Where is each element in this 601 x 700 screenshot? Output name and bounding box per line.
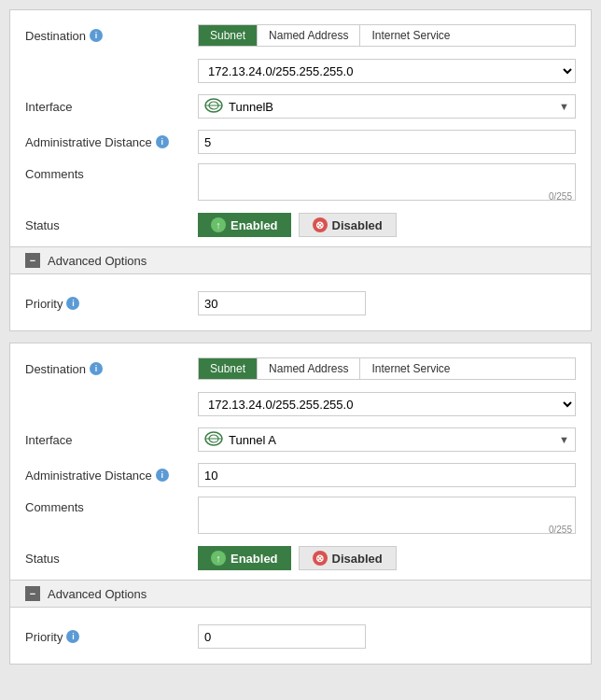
priority-input-2[interactable]	[198, 624, 366, 649]
interface-row-1: Interface TunnelB ▼	[25, 92, 576, 120]
priority-section-1: Priority i	[25, 282, 576, 319]
destination-tab-group-1: Subnet Named Address Internet Service	[198, 24, 576, 47]
subnet-row-1: 172.13.24.0/255.255.255.0	[25, 57, 576, 85]
destination-tabs-area-2: Subnet Named Address Internet Service	[198, 357, 576, 380]
admin-distance-text-1: Administrative Distance	[25, 135, 152, 149]
interface-value-2: Tunnel A	[229, 433, 559, 447]
destination-info-icon-2[interactable]: i	[90, 362, 103, 375]
interface-control-2: Tunnel A ▼	[198, 427, 576, 452]
status-row-1: Status ↑ Enabled ⊗ Disabled	[25, 211, 576, 239]
status-text-1: Status	[25, 218, 60, 232]
interface-wrap-2[interactable]: Tunnel A ▼	[198, 427, 576, 452]
comments-control-2: 0/255	[198, 497, 576, 537]
route-card-1: Destination i Subnet Named Address Inter…	[9, 9, 592, 331]
enabled-label-2: Enabled	[231, 552, 278, 566]
interface-label-1: Interface	[25, 100, 198, 114]
interface-wrap-1[interactable]: TunnelB ▼	[198, 94, 576, 119]
comments-wrap-1: 0/255	[198, 163, 576, 203]
destination-label-2: Destination i	[25, 362, 198, 376]
advanced-label-1: Advanced Options	[48, 254, 147, 268]
interface-value-1: TunnelB	[229, 100, 559, 114]
interface-text-1: Interface	[25, 100, 73, 114]
interface-label-2: Interface	[25, 433, 198, 447]
disabled-label-2: Disabled	[332, 552, 383, 566]
interface-dropdown-arrow-2: ▼	[559, 434, 569, 445]
tab-subnet-2[interactable]: Subnet	[199, 358, 258, 379]
subnet-select-2[interactable]: 172.13.24.0/255.255.255.0	[198, 392, 576, 416]
tab-internet-service-2[interactable]: Internet Service	[360, 358, 461, 379]
interface-dropdown-arrow-1: ▼	[559, 101, 569, 112]
subnet-control-2: 172.13.24.0/255.255.255.0	[198, 392, 576, 416]
enabled-icon-2: ↑	[211, 551, 226, 566]
comments-text-2: Comments	[25, 500, 84, 514]
status-enabled-btn-2[interactable]: ↑ Enabled	[198, 546, 291, 570]
admin-distance-row-2: Administrative Distance i	[25, 461, 576, 489]
comments-row-1: Comments 0/255	[25, 163, 576, 203]
destination-tabs-area-1: Subnet Named Address Internet Service	[198, 24, 576, 47]
destination-text-2: Destination	[25, 362, 86, 376]
admin-distance-label-1: Administrative Distance i	[25, 135, 198, 149]
priority-text-1: Priority	[25, 297, 63, 311]
priority-input-1[interactable]	[198, 291, 366, 315]
interface-row-2: Interface Tunnel A ▼	[25, 426, 576, 454]
status-row-2: Status ↑ Enabled ⊗ Disabled	[25, 544, 576, 572]
tunnel-icon-1	[204, 98, 223, 116]
status-text-2: Status	[25, 552, 60, 566]
admin-distance-control-2	[198, 463, 576, 487]
admin-distance-text-2: Administrative Distance	[25, 469, 152, 483]
priority-section-2: Priority i	[25, 615, 576, 652]
admin-distance-input-2[interactable]	[198, 463, 576, 487]
status-label-1: Status	[25, 218, 198, 232]
priority-label-1: Priority i	[25, 297, 198, 311]
tab-named-address-2[interactable]: Named Address	[258, 358, 360, 379]
destination-text-1: Destination	[25, 29, 86, 43]
tab-subnet-1[interactable]: Subnet	[199, 25, 258, 46]
admin-distance-info-icon-1[interactable]: i	[156, 135, 169, 148]
advanced-section-1[interactable]: − Advanced Options	[10, 246, 591, 274]
admin-distance-row-1: Administrative Distance i	[25, 128, 576, 156]
advanced-section-2[interactable]: − Advanced Options	[10, 580, 591, 608]
comments-control-1: 0/255	[198, 163, 576, 203]
tab-named-address-1[interactable]: Named Address	[258, 25, 360, 46]
status-disabled-btn-2[interactable]: ⊗ Disabled	[299, 546, 397, 570]
admin-distance-info-icon-2[interactable]: i	[156, 469, 169, 482]
priority-info-icon-1[interactable]: i	[66, 297, 79, 310]
subnet-select-1[interactable]: 172.13.24.0/255.255.255.0	[198, 59, 576, 83]
status-group-2: ↑ Enabled ⊗ Disabled	[198, 546, 576, 570]
destination-row-2: Destination i Subnet Named Address Inter…	[25, 355, 576, 383]
destination-label-1: Destination i	[25, 29, 198, 43]
enabled-icon-1: ↑	[211, 217, 226, 232]
comments-textarea-1[interactable]	[198, 163, 576, 201]
collapse-icon-2: −	[25, 586, 40, 601]
comments-char-count-1: 0/255	[549, 191, 572, 202]
comments-label-1: Comments	[25, 163, 198, 181]
comments-char-count-2: 0/255	[549, 525, 572, 535]
status-disabled-btn-1[interactable]: ⊗ Disabled	[299, 213, 397, 237]
disabled-icon-2: ⊗	[313, 551, 328, 566]
interface-text-2: Interface	[25, 433, 73, 447]
admin-distance-control-1	[198, 130, 576, 154]
comments-text-1: Comments	[25, 167, 84, 181]
status-enabled-btn-1[interactable]: ↑ Enabled	[198, 213, 291, 237]
destination-row-1: Destination i Subnet Named Address Inter…	[25, 21, 576, 49]
comments-textarea-2[interactable]	[198, 497, 576, 534]
tunnel-icon-2	[204, 431, 223, 449]
interface-control-1: TunnelB ▼	[198, 94, 576, 119]
tab-internet-service-1[interactable]: Internet Service	[360, 25, 461, 46]
priority-text-2: Priority	[25, 630, 63, 644]
destination-tab-group-2: Subnet Named Address Internet Service	[198, 357, 576, 380]
admin-distance-label-2: Administrative Distance i	[25, 469, 198, 483]
route-card-2: Destination i Subnet Named Address Inter…	[9, 343, 592, 665]
disabled-label-1: Disabled	[332, 218, 383, 232]
status-label-2: Status	[25, 552, 198, 566]
comments-wrap-2: 0/255	[198, 497, 576, 537]
status-control-2: ↑ Enabled ⊗ Disabled	[198, 546, 576, 570]
priority-info-icon-2[interactable]: i	[66, 630, 79, 643]
status-control-1: ↑ Enabled ⊗ Disabled	[198, 213, 576, 237]
destination-info-icon-1[interactable]: i	[90, 29, 103, 42]
collapse-icon-1: −	[25, 253, 40, 268]
enabled-label-1: Enabled	[231, 218, 278, 232]
disabled-icon-1: ⊗	[313, 217, 328, 232]
admin-distance-input-1[interactable]	[198, 130, 576, 154]
priority-label-2: Priority i	[25, 630, 198, 644]
